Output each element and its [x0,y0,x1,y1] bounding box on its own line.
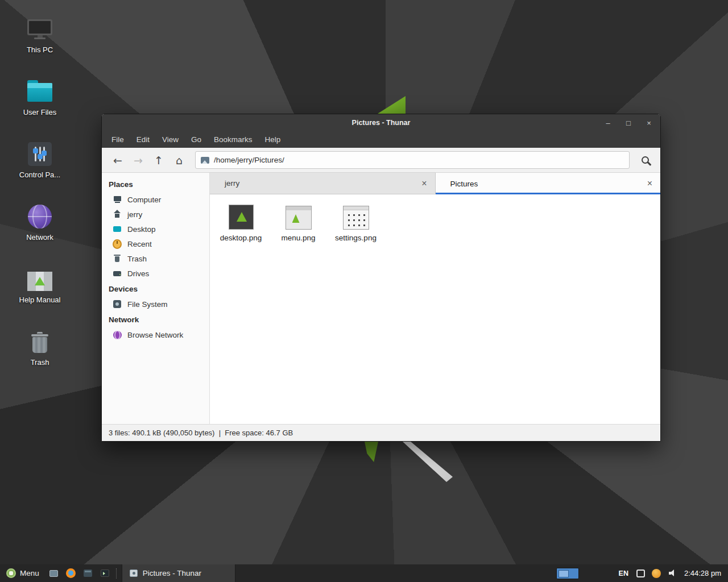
window-titlebar[interactable]: Pictures - Thunar – □ × [102,114,660,131]
sidebar-item-recent[interactable]: Recent [102,236,209,251]
show-desktop-icon [49,570,58,577]
browse-network-icon [113,330,122,339]
sidebar-item-computer[interactable]: Computer [102,192,209,207]
globe-icon [28,201,52,228]
sidebar-item-browse-network[interactable]: Browse Network [102,327,209,342]
desktop-icon-label: Control Pa... [19,171,60,179]
keyboard-layout-indicator[interactable]: EN [619,569,628,577]
keyboard-icon[interactable] [636,569,645,577]
sidebar-section-places: Places [102,176,209,192]
file-settings-png[interactable]: settings.png [327,199,384,244]
maximize-button[interactable]: □ [624,119,633,127]
file-name: settings.png [335,234,377,242]
back-button[interactable]: ← [107,151,128,169]
location-bar[interactable] [195,151,630,169]
mint-logo-icon [6,568,16,578]
desktop-icon [113,225,122,234]
tab-close-icon[interactable]: × [421,179,427,188]
filesystem-icon [113,300,122,309]
sidebar-item-label: Recent [127,240,152,248]
desktop-icon-label: Trash [31,358,49,367]
sidebar-item-home[interactable]: jerry [102,207,209,222]
image-thumbnail [229,202,254,230]
clock[interactable]: 2:44:28 pm [684,569,721,577]
tab-pictures[interactable]: Pictures × [436,173,661,194]
tab-jerry[interactable]: jerry × [210,173,436,194]
sidebar-item-file-system[interactable]: File System [102,297,209,311]
drives-icon [113,269,122,278]
close-button[interactable]: × [644,119,653,127]
sidebar-item-trash[interactable]: Trash [102,251,209,266]
search-icon [642,156,649,164]
task-button-label: Pictures - Thunar [143,569,201,577]
terminal-launcher[interactable] [97,564,114,582]
menu-button-label: Menu [20,569,39,577]
desktop-icon-this-pc[interactable]: This PC [9,14,71,76]
map-icon [27,264,52,291]
minimize-button[interactable]: – [603,119,613,127]
file-manager-icon [84,569,92,577]
menu-edit[interactable]: Edit [130,133,156,146]
computer-icon [113,195,122,204]
toolbar: ← → ↑ ⌂ [102,148,660,173]
firefox-launcher[interactable] [63,564,80,582]
sidebar-section-devices: Devices [102,281,209,297]
sidebar-item-desktop[interactable]: Desktop [102,222,209,236]
sidebar: Places Computer jerry Desktop Recent Tra… [102,173,210,424]
notification-tray-icon[interactable] [652,569,661,578]
menu-bookmarks[interactable]: Bookmarks [208,133,259,146]
image-thumbnail [343,202,369,230]
menu-go[interactable]: Go [185,133,208,146]
sidebar-item-label: Desktop [127,225,156,234]
file-menu-png[interactable]: menu.png [270,199,327,244]
tab-bar: jerry × Pictures × [210,173,660,194]
menu-button[interactable]: Menu [0,564,46,582]
sidebar-item-drives[interactable]: Drives [102,266,209,281]
taskbar-separator [116,568,119,579]
tab-label: Pictures [450,180,478,188]
desktop-icon-network[interactable]: Network [9,201,71,264]
up-button[interactable]: ↑ [148,151,169,169]
volume-icon[interactable] [669,569,677,577]
file-desktop-png[interactable]: desktop.png [212,199,270,244]
sidebar-section-network: Network [102,311,209,327]
image-thumbnail [286,202,312,230]
desktop-icon-label: Help Manual [19,296,61,304]
trash-can-icon [31,326,49,354]
menu-file[interactable]: File [105,133,130,146]
sliders-icon [28,139,52,166]
window-title: Pictures - Thunar [352,119,411,127]
desktop-icon-label: This PC [27,45,53,54]
file-pane: jerry × Pictures × desktop.png menu.png [210,173,660,424]
thunar-window: Pictures - Thunar – □ × File Edit View G… [101,114,661,442]
desktop-icon-label: Network [26,233,53,242]
desktop-icon-help-manual[interactable]: Help Manual [9,264,71,326]
home-button[interactable]: ⌂ [169,151,189,169]
task-button-thunar[interactable]: Pictures - Thunar [122,564,235,582]
menu-view[interactable]: View [156,133,185,146]
workspace-switcher[interactable] [556,568,579,579]
file-view[interactable]: desktop.png menu.png settings.png [210,194,660,424]
file-manager-launcher[interactable] [80,564,97,582]
trash-icon [113,254,122,263]
desktop-icon-control-panel[interactable]: Control Pa... [9,139,71,201]
path-input[interactable] [214,156,624,164]
forward-button[interactable]: → [128,151,148,169]
desktop-icon-trash[interactable]: Trash [9,326,71,389]
sidebar-item-label: Computer [127,196,161,204]
menu-help[interactable]: Help [259,133,287,146]
window-controls: – □ × [603,114,653,131]
desktop-icon-user-files[interactable]: User Files [9,76,71,139]
picture-folder-icon [201,157,209,164]
tab-close-icon[interactable]: × [647,179,652,188]
thunar-icon [130,569,138,577]
recent-clock-icon [113,239,122,248]
sidebar-item-label: Trash [127,255,147,263]
sidebar-item-label: jerry [127,210,142,219]
window-body: Places Computer jerry Desktop Recent Tra… [102,173,660,424]
search-button[interactable] [635,151,655,169]
home-icon [113,210,122,219]
status-text: 3 files: 490.1 kB (490,050 bytes) | Free… [109,429,293,437]
computer-monitor-icon [27,14,53,41]
show-desktop-button[interactable] [46,564,63,582]
